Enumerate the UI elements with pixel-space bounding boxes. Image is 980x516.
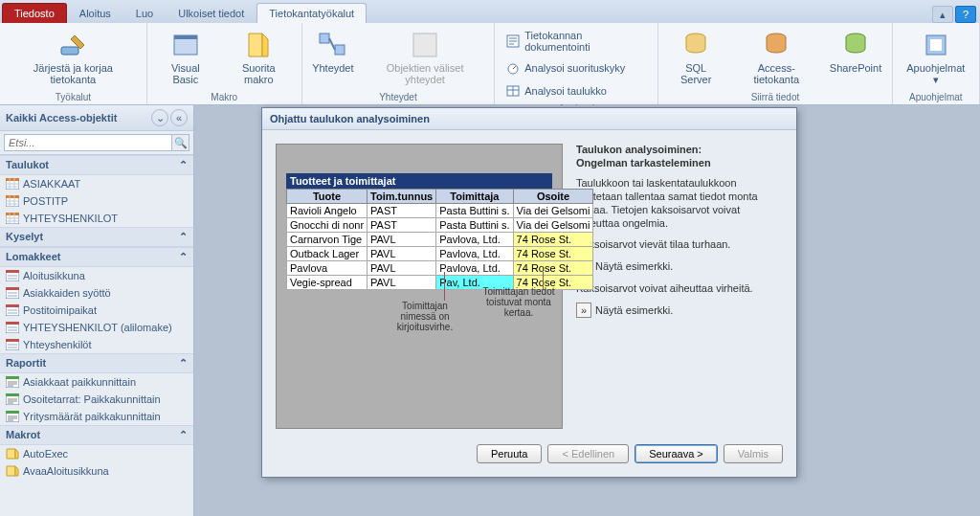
perf-icon xyxy=(505,60,521,76)
macro-icon xyxy=(243,30,274,60)
wizard-illustration: Tuotteet ja toimittajat Tuote Toim.tunnu… xyxy=(276,144,563,429)
nav-item[interactable]: POSTITP xyxy=(0,192,193,210)
show-example2-button[interactable]: » xyxy=(576,303,591,318)
tab-dbtools[interactable]: Tietokantatyökalut xyxy=(256,3,367,23)
nav-item[interactable]: Yhteyshenkilöt xyxy=(0,336,193,353)
navigation-pane: Kaikki Access-objektit ⌄ « 🔍 Taulukot⌃ A… xyxy=(0,105,194,516)
analyze-table-button[interactable]: Analysoi taulukko xyxy=(501,80,652,101)
tab-create[interactable]: Luo xyxy=(123,3,166,23)
svg-rect-39 xyxy=(8,347,17,348)
addins-button[interactable]: Apuohjelmat ▾ xyxy=(899,27,973,88)
form-icon xyxy=(6,287,19,299)
help-icon[interactable]: ? xyxy=(955,6,976,23)
nav-item[interactable]: Osoitetarrat: Paikkakunnittain xyxy=(0,391,193,408)
svg-rect-41 xyxy=(6,376,19,379)
nav-item[interactable]: YHTEYSHENKILOT xyxy=(0,210,193,227)
ribbon: Järjestä ja korjaa tietokanta Työkalut V… xyxy=(0,23,980,105)
group-addins-label: Apuohjelmat xyxy=(899,90,973,102)
nav-item[interactable]: Aloitusikkuna xyxy=(0,267,193,284)
table-row: PavlovaPAVLPavlova, Ltd.74 Rose St. xyxy=(287,261,593,276)
wizard-para3: Kaksoisarvot voivat aiheuttaa virheitä. xyxy=(576,281,783,295)
db-documenter-button[interactable]: Tietokannan dokumentointi xyxy=(501,27,652,56)
form-icon xyxy=(6,304,19,316)
wizard-title: Ohjattu taulukon analysoiminen xyxy=(262,108,796,130)
ribbon-tabs: Tiedosto Aloitus Luo Ulkoiset tiedot Tie… xyxy=(0,0,980,23)
svg-rect-30 xyxy=(8,309,17,311)
access-db-button[interactable]: Access-tietokanta xyxy=(731,27,822,88)
svg-rect-5 xyxy=(413,34,436,56)
nav-item[interactable]: YHTEYSHENKILOT (alilomake) xyxy=(0,319,193,336)
svg-rect-4 xyxy=(335,45,345,55)
object-deps-button: Objektien väliset yhteydet xyxy=(362,27,488,88)
wizard-heading2: Ongelman tarkasteleminen xyxy=(576,157,783,168)
svg-rect-34 xyxy=(8,326,17,328)
svg-rect-0 xyxy=(61,47,78,55)
visual-basic-button[interactable]: Visual Basic xyxy=(153,27,218,88)
cat-queries[interactable]: Kyselyt⌃ xyxy=(0,227,193,247)
table-row: Carnarvon TigePAVLPavlova, Ltd.74 Rose S… xyxy=(287,233,593,247)
ribbon-minimize-icon[interactable]: ▴ xyxy=(932,6,953,23)
table-icon xyxy=(505,83,521,99)
nav-item[interactable]: Asiakkaiden syöttö xyxy=(0,284,193,302)
report-icon xyxy=(6,393,19,405)
sharepoint-button[interactable]: SharePoint xyxy=(826,27,886,77)
group-tools-label: Työkalut xyxy=(6,90,141,102)
tab-file[interactable]: Tiedosto xyxy=(2,3,67,23)
analyze-perf-button[interactable]: Analysoi suorituskyky xyxy=(501,57,652,79)
back-button: < Edellinen xyxy=(547,444,629,463)
table-row: Gnocchi di nonrPASTPasta Buttini s.Via d… xyxy=(287,218,593,233)
chevron-up-icon: ⌃ xyxy=(179,429,188,441)
chevron-up-icon: ⌃ xyxy=(179,357,188,370)
table-row: Outback LagerPAVLPavlova, Ltd.74 Rose St… xyxy=(287,247,593,261)
cat-tables[interactable]: Taulukot⌃ xyxy=(0,155,193,175)
svg-rect-37 xyxy=(6,339,19,342)
tab-external[interactable]: Ulkoiset tiedot xyxy=(166,3,256,23)
svg-rect-38 xyxy=(8,344,17,346)
macro-icon xyxy=(6,465,19,477)
chevron-up-icon: ⌃ xyxy=(179,159,188,171)
cat-macros[interactable]: Makrot⌃ xyxy=(0,425,193,445)
svg-rect-27 xyxy=(8,295,17,297)
next-button[interactable]: Seuraava > xyxy=(635,444,718,463)
cat-forms[interactable]: Lomakkeet⌃ xyxy=(0,247,193,267)
search-input[interactable] xyxy=(4,134,172,151)
nav-item[interactable]: AvaaAloitusikkuna xyxy=(0,462,193,480)
objdep-icon xyxy=(410,30,440,60)
chevron-up-icon: ⌃ xyxy=(179,251,188,263)
svg-rect-25 xyxy=(6,287,19,290)
svg-rect-26 xyxy=(8,292,17,294)
group-movedata-label: Siirrä tiedot xyxy=(664,90,885,102)
sql-icon xyxy=(680,30,711,60)
svg-rect-35 xyxy=(8,329,17,331)
form-icon xyxy=(6,339,19,350)
embed-table: Tuote Toim.tunnus Toimittaja Osoite Ravi… xyxy=(286,189,593,290)
wizard-para1: Taulukkoon tai laskentataulukkoon saatet… xyxy=(576,176,783,230)
nav-item[interactable]: Asiakkaat paikkunnittain xyxy=(0,373,193,391)
access-icon xyxy=(761,30,791,60)
report-icon xyxy=(6,411,19,422)
svg-rect-31 xyxy=(8,312,17,314)
nav-item[interactable]: ASIAKKAAT xyxy=(0,175,193,192)
nav-title[interactable]: Kaikki Access-objektit xyxy=(6,112,149,123)
run-macro-button[interactable]: Suorita makro xyxy=(222,27,296,88)
cancel-button[interactable]: Peruuta xyxy=(477,444,543,463)
nav-item[interactable]: Yritysmäärät paikkakunnittain xyxy=(0,408,193,425)
tab-home[interactable]: Aloitus xyxy=(67,3,123,23)
report-icon xyxy=(6,376,19,388)
search-icon[interactable]: 🔍 xyxy=(172,134,189,151)
finish-button: Valmis xyxy=(724,444,783,463)
svg-rect-22 xyxy=(8,275,17,277)
svg-rect-45 xyxy=(6,411,19,414)
nav-dropdown-icon[interactable]: ⌄ xyxy=(151,109,168,126)
sql-server-button[interactable]: SQL Server xyxy=(664,27,727,88)
relations-button[interactable]: Yhteydet xyxy=(308,27,358,77)
svg-rect-19 xyxy=(6,213,19,215)
form-icon xyxy=(6,322,19,333)
compact-repair-button[interactable]: Järjestä ja korjaa tietokanta xyxy=(6,27,141,88)
nav-collapse-icon[interactable]: « xyxy=(170,109,188,126)
nav-item[interactable]: Postitoimipaikat xyxy=(0,302,193,319)
cat-reports[interactable]: Raportit⌃ xyxy=(0,353,193,373)
wizard-heading1: Taulukon analysoiminen: xyxy=(576,144,783,155)
nav-item[interactable]: AutoExec xyxy=(0,445,193,462)
chevron-up-icon: ⌃ xyxy=(179,231,188,243)
